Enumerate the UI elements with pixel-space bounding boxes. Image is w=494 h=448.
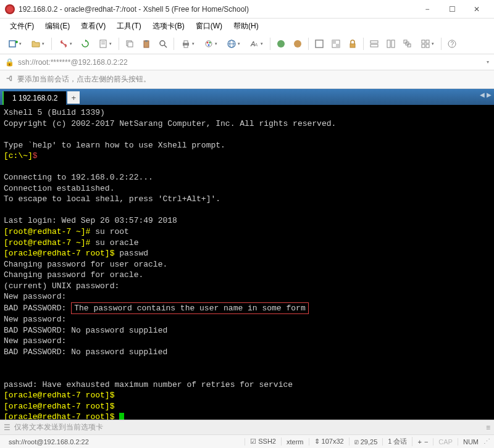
find-button[interactable] — [155, 36, 171, 52]
tile-v-button[interactable] — [383, 36, 399, 52]
lock-button[interactable] — [345, 36, 361, 52]
font-button[interactable]: AA▾ — [245, 36, 267, 52]
send-icon[interactable]: ☰ — [4, 423, 10, 432]
term-prompt: [oracle@redhat-7 root]$ — [4, 249, 114, 258]
svg-rect-33 — [387, 40, 390, 48]
arrange-button[interactable]: ▾ — [416, 36, 438, 52]
status-minus[interactable]: − — [424, 438, 428, 446]
transparent-button[interactable] — [328, 36, 344, 52]
svg-rect-41 — [426, 44, 429, 48]
properties-button[interactable]: ▾ — [94, 36, 116, 52]
pin-icon[interactable] — [5, 74, 14, 85]
svg-rect-34 — [391, 40, 395, 48]
resize-grip[interactable]: ⋰ — [484, 438, 490, 446]
paste-button[interactable] — [138, 36, 154, 52]
terminal[interactable]: Xshell 5 (Build 1339) Copyright (c) 2002… — [0, 105, 494, 420]
menu-file[interactable]: 文件(F) — [5, 20, 39, 33]
status-size: 107x32 — [322, 438, 344, 445]
svg-point-10 — [160, 41, 165, 46]
encoding-button[interactable]: ▾ — [222, 36, 245, 52]
separator — [174, 38, 174, 50]
svg-text:?: ? — [451, 41, 454, 48]
term-line: (current) UNIX password: — [4, 281, 119, 291]
svg-point-18 — [208, 44, 210, 46]
menu-window[interactable]: 窗口(W) — [191, 20, 227, 33]
svg-point-25 — [294, 40, 301, 48]
tab-bar: 1 192.168.0.2 + ◀ ▶ — [0, 89, 494, 105]
terminal-footer: ☰ 仅将文本发送到当前选项卡 ≡ — [0, 420, 494, 434]
tab-nav[interactable]: ◀ ▶ — [480, 91, 492, 98]
footer-hint: 仅将文本发送到当前选项卡 — [14, 422, 103, 433]
term-line: Connecting to 192.168.0.2:22... — [4, 173, 153, 182]
status-conn: ssh://root@192.168.0.2:22 — [4, 438, 245, 446]
script-button[interactable] — [290, 36, 306, 52]
menu-icon[interactable]: ≡ — [486, 423, 490, 432]
svg-rect-13 — [184, 41, 188, 43]
menu-tabs[interactable]: 选项卡(B) — [148, 20, 190, 33]
term-line: Type `help' to learn how to use Xshell p… — [4, 141, 225, 150]
svg-text:A: A — [254, 42, 257, 48]
svg-rect-38 — [422, 40, 425, 43]
status-lock-icon: ☑ — [250, 438, 256, 445]
cursor — [119, 413, 124, 420]
separator — [51, 38, 52, 50]
svg-rect-32 — [371, 44, 378, 47]
copy-button[interactable] — [122, 36, 138, 52]
menu-tools[interactable]: 工具(T) — [112, 20, 146, 33]
open-button[interactable]: ▾ — [27, 36, 49, 52]
menu-view[interactable]: 查看(V) — [76, 20, 111, 33]
term-cmd: su oracle — [90, 238, 138, 247]
term-line: New password: — [4, 336, 66, 346]
menu-edit[interactable]: 编辑(E) — [40, 20, 75, 33]
svg-rect-28 — [332, 40, 336, 44]
cascade-button[interactable] — [400, 36, 416, 52]
disconnect-button[interactable]: ▾ — [54, 36, 77, 52]
separator — [119, 38, 119, 50]
status-plus[interactable]: + — [417, 438, 421, 446]
term-line: Last login: Wed Sep 26 03:57:49 2018 — [4, 216, 177, 225]
svg-rect-30 — [350, 44, 355, 48]
help-button[interactable]: ? — [444, 36, 460, 52]
status-sessions: 1 会话 — [383, 437, 412, 446]
term-line: New password: — [4, 315, 66, 324]
term-cmd: su root — [90, 227, 128, 236]
tab-add-button[interactable]: + — [67, 91, 80, 104]
status-cap: CAP — [433, 438, 458, 446]
minimize-button[interactable]: − — [415, 1, 440, 18]
address-dropdown[interactable]: ▾ — [487, 59, 489, 65]
svg-point-24 — [277, 40, 285, 48]
svg-rect-31 — [371, 41, 378, 43]
term-line: Xshell 5 (Build 1339) — [4, 108, 105, 117]
term-prompt-sym: $ — [33, 151, 38, 160]
svg-rect-39 — [426, 40, 429, 43]
status-num: NUM — [458, 438, 484, 446]
term-line: passwd: Have exhausted maximum number of… — [4, 380, 293, 389]
term-line: Connection established. — [4, 184, 114, 193]
svg-rect-0 — [9, 41, 15, 47]
new-session-button[interactable]: ▾ — [4, 36, 26, 52]
lock-icon: 🔒 — [5, 58, 14, 67]
session-tab[interactable]: 1 192.168.0.2 — [2, 91, 66, 105]
titlebar: 192.168.0.2 - oracle@redhat-7:/root - Xs… — [0, 0, 494, 19]
print-button[interactable]: ▾ — [177, 36, 199, 52]
reconnect-button[interactable] — [77, 36, 93, 52]
svg-rect-14 — [184, 45, 188, 48]
close-button[interactable]: ✕ — [464, 1, 489, 18]
maximize-button[interactable]: ☐ — [440, 1, 464, 18]
info-hint: 要添加当前会话，点击左侧的箭头按钮。 — [17, 74, 151, 85]
separator — [308, 38, 309, 50]
term-line: Changing password for user oracle. — [4, 260, 167, 269]
separator — [363, 38, 364, 50]
term-bad-highlight: The password contains the user name in s… — [71, 302, 308, 315]
addressbar[interactable]: 🔒 ssh://root:*******@192.168.0.2:22 ▾ — [0, 54, 494, 70]
status-proto: SSH2 — [258, 438, 276, 445]
svg-rect-29 — [336, 44, 340, 48]
color-button[interactable]: ▾ — [199, 36, 222, 52]
status-term: xterm — [282, 438, 309, 446]
svg-rect-7 — [128, 42, 133, 47]
tile-h-button[interactable] — [366, 36, 382, 52]
fullscreen-button[interactable] — [311, 36, 327, 52]
svg-rect-40 — [422, 44, 425, 48]
menu-help[interactable]: 帮助(H) — [228, 20, 264, 33]
xftp-button[interactable] — [273, 36, 289, 52]
